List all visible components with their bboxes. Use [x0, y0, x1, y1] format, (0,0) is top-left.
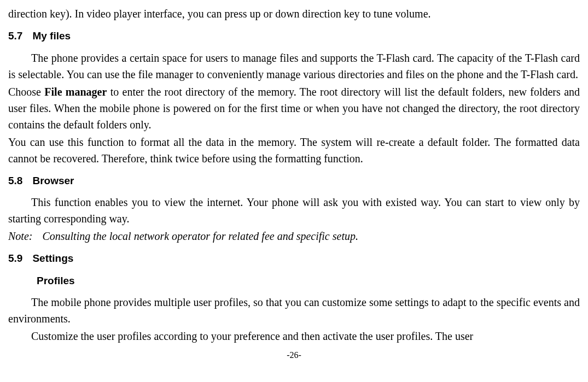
sec57-p2-a: Choose — [8, 86, 44, 98]
sec59-p2: Customize the user profiles according to… — [8, 328, 580, 344]
sec57-p2: Choose File manager to enter the root di… — [8, 84, 580, 133]
note-text: Consulting the local network operator fo… — [42, 230, 358, 242]
page-number: -26- — [8, 349, 580, 362]
heading-title: Browser — [32, 175, 74, 186]
heading-title: My files — [32, 30, 71, 42]
heading-5-8: 5.8Browser — [8, 173, 580, 189]
heading-5-9: 5.9Settings — [8, 251, 580, 267]
top-fragment: direction key). In video player interfac… — [8, 5, 580, 22]
heading-5-7: 5.7My files — [8, 28, 580, 44]
note-label: Note: — [8, 228, 32, 244]
heading-number: 5.9 — [8, 251, 22, 267]
heading-title: Settings — [32, 252, 73, 264]
sec58-p1: This function enables you to view the in… — [8, 194, 580, 227]
heading-number: 5.8 — [8, 173, 22, 189]
sec59-p1: The mobile phone provides multiple user … — [8, 294, 580, 327]
sec57-p3: You can use this function to format all … — [8, 134, 580, 167]
subheading-profiles: Profiles — [8, 273, 580, 289]
file-manager-bold: File manager — [44, 86, 107, 98]
sec58-note: Note:Consulting the local network operat… — [8, 228, 580, 244]
sec57-p1: The phone provides a certain space for u… — [8, 50, 580, 83]
heading-number: 5.7 — [8, 28, 22, 44]
